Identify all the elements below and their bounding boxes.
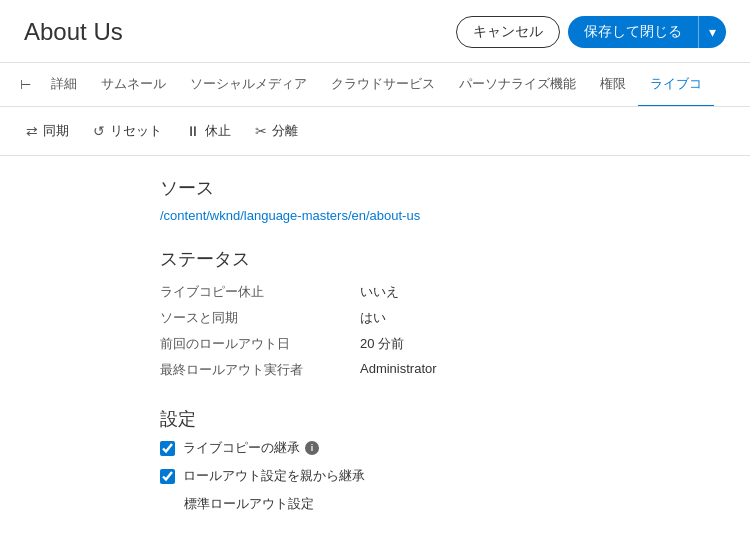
source-section: ソース /content/wknd/language-masters/en/ab… <box>160 176 726 223</box>
header-actions: キャンセル 保存して閉じる ▾ <box>456 16 726 48</box>
chevron-down-icon: ▾ <box>709 24 716 40</box>
save-button[interactable]: 保存して閉じる <box>568 16 698 48</box>
tab-details[interactable]: 詳細 <box>39 63 89 107</box>
info-icon[interactable]: i <box>305 441 319 455</box>
checkbox-row-1: ライブコピーの継承 i <box>160 439 726 457</box>
pause-icon: ⏸ <box>186 123 200 139</box>
status-label-0: ライブコピー休止 <box>160 283 360 301</box>
status-value-2: 20 分前 <box>360 335 404 353</box>
reset-icon: ↺ <box>93 123 105 139</box>
status-value-1: はい <box>360 309 386 327</box>
tab-cloud-services[interactable]: クラウドサービス <box>319 63 447 107</box>
main-content: ソース /content/wknd/language-masters/en/ab… <box>0 156 750 545</box>
tab-thumbnail[interactable]: サムネール <box>89 63 178 107</box>
checkbox-row-2: ロールアウト設定を親から継承 <box>160 467 726 485</box>
reset-button[interactable]: ↺ リセット <box>83 117 172 145</box>
status-title: ステータス <box>160 247 726 271</box>
status-value-3: Administrator <box>360 361 437 376</box>
tab-bar: ⊢ 詳細 サムネール ソーシャルメディア クラウドサービス パーソナライズ機能 … <box>0 63 750 107</box>
status-label-2: 前回のロールアウト日 <box>160 335 360 353</box>
tab-permissions[interactable]: 権限 <box>588 63 638 107</box>
table-row: 最終ロールアウト実行者 Administrator <box>160 357 726 383</box>
livecopy-inherit-label: ライブコピーの継承 i <box>183 439 319 457</box>
status-label-1: ソースと同期 <box>160 309 360 327</box>
reset-label: リセット <box>110 122 162 140</box>
toolbar: ⇄ 同期 ↺ リセット ⏸ 休止 ✂ 分離 <box>0 107 750 156</box>
table-row: ソースと同期 はい <box>160 305 726 331</box>
settings-title: 設定 <box>160 407 726 431</box>
table-row: ライブコピー休止 いいえ <box>160 279 726 305</box>
pause-label: 休止 <box>205 122 231 140</box>
status-label-3: 最終ロールアウト実行者 <box>160 361 360 379</box>
detach-button[interactable]: ✂ 分離 <box>245 117 308 145</box>
tab-livecopy[interactable]: ライブコ <box>638 63 714 107</box>
table-row: 前回のロールアウト日 20 分前 <box>160 331 726 357</box>
status-section: ステータス ライブコピー休止 いいえ ソースと同期 はい 前回のロールアウト日 … <box>160 247 726 383</box>
page-header: About Us キャンセル 保存して閉じる ▾ <box>0 0 750 63</box>
standard-rollout-label: 標準ロールアウト設定 <box>184 495 726 513</box>
settings-section: 設定 ライブコピーの継承 i ロールアウト設定を親から継承 標準ロールアウト設定 <box>160 407 726 513</box>
sync-icon: ⇄ <box>26 123 38 139</box>
livecopy-inherit-checkbox[interactable] <box>160 441 175 456</box>
tab-social-media[interactable]: ソーシャルメディア <box>178 63 319 107</box>
pause-button[interactable]: ⏸ 休止 <box>176 117 241 145</box>
page-title: About Us <box>24 18 123 46</box>
sync-button[interactable]: ⇄ 同期 <box>16 117 79 145</box>
status-value-0: いいえ <box>360 283 399 301</box>
status-table: ライブコピー休止 いいえ ソースと同期 はい 前回のロールアウト日 20 分前 … <box>160 279 726 383</box>
sync-label: 同期 <box>43 122 69 140</box>
detach-icon: ✂ <box>255 123 267 139</box>
source-title: ソース <box>160 176 726 200</box>
cancel-button[interactable]: キャンセル <box>456 16 560 48</box>
rollout-inherit-checkbox[interactable] <box>160 469 175 484</box>
rollout-inherit-label: ロールアウト設定を親から継承 <box>183 467 365 485</box>
tab-personalize[interactable]: パーソナライズ機能 <box>447 63 588 107</box>
detach-label: 分離 <box>272 122 298 140</box>
source-link[interactable]: /content/wknd/language-masters/en/about-… <box>160 208 726 223</box>
tab-first-icon[interactable]: ⊢ <box>12 65 39 104</box>
save-button-group: 保存して閉じる ▾ <box>568 16 726 48</box>
save-dropdown-button[interactable]: ▾ <box>698 16 726 48</box>
